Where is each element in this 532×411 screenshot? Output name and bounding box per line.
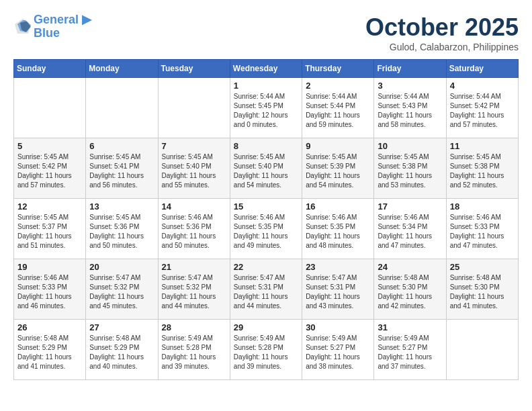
calendar-cell: 21Sunrise: 5:47 AM Sunset: 5:32 PM Dayli… [158,259,230,320]
week-row-5: 26Sunrise: 5:48 AM Sunset: 5:29 PM Dayli… [14,320,519,380]
header-saturday: Saturday [446,60,518,78]
calendar-cell: 24Sunrise: 5:48 AM Sunset: 5:30 PM Dayli… [374,259,446,320]
day-number: 27 [89,322,154,332]
day-info: Sunrise: 5:47 AM Sunset: 5:31 PM Dayligh… [234,273,298,311]
calendar-cell: 22Sunrise: 5:47 AM Sunset: 5:31 PM Dayli… [230,259,302,320]
day-info: Sunrise: 5:46 AM Sunset: 5:35 PM Dayligh… [306,213,370,250]
day-number: 13 [89,201,154,212]
day-info: Sunrise: 5:48 AM Sunset: 5:30 PM Dayligh… [450,273,515,311]
location: Gulod, Calabarzon, Philippines [365,42,519,52]
calendar-cell: 2Sunrise: 5:44 AM Sunset: 5:44 PM Daylig… [302,78,374,138]
day-info: Sunrise: 5:46 AM Sunset: 5:33 PM Dayligh… [450,213,515,250]
calendar-cell: 16Sunrise: 5:46 AM Sunset: 5:35 PM Dayli… [302,199,374,259]
day-info: Sunrise: 5:44 AM Sunset: 5:42 PM Dayligh… [450,92,515,130]
day-info: Sunrise: 5:48 AM Sunset: 5:29 PM Dayligh… [89,334,154,371]
week-row-4: 19Sunrise: 5:46 AM Sunset: 5:33 PM Dayli… [14,259,519,320]
calendar-cell: 10Sunrise: 5:45 AM Sunset: 5:38 PM Dayli… [374,138,446,199]
day-info: Sunrise: 5:45 AM Sunset: 5:38 PM Dayligh… [378,152,442,190]
calendar-cell: 23Sunrise: 5:47 AM Sunset: 5:31 PM Dayli… [302,259,374,320]
day-info: Sunrise: 5:48 AM Sunset: 5:29 PM Dayligh… [17,334,82,371]
day-number: 14 [162,201,226,212]
day-number: 16 [306,201,370,212]
day-info: Sunrise: 5:48 AM Sunset: 5:30 PM Dayligh… [378,273,442,311]
day-info: Sunrise: 5:46 AM Sunset: 5:35 PM Dayligh… [234,213,298,250]
calendar-cell: 30Sunrise: 5:49 AM Sunset: 5:27 PM Dayli… [302,320,374,380]
day-number: 11 [450,141,515,151]
week-row-1: 1Sunrise: 5:44 AM Sunset: 5:45 PM Daylig… [14,78,519,138]
week-row-2: 5Sunrise: 5:45 AM Sunset: 5:42 PM Daylig… [14,138,519,199]
calendar-cell: 31Sunrise: 5:49 AM Sunset: 5:27 PM Dayli… [374,320,446,380]
day-info: Sunrise: 5:49 AM Sunset: 5:27 PM Dayligh… [306,334,370,371]
day-info: Sunrise: 5:46 AM Sunset: 5:34 PM Dayligh… [378,213,442,250]
day-number: 18 [450,201,515,212]
calendar-cell: 25Sunrise: 5:48 AM Sunset: 5:30 PM Dayli… [446,259,518,320]
calendar-cell: 6Sunrise: 5:45 AM Sunset: 5:41 PM Daylig… [86,138,158,199]
day-number: 9 [306,141,370,151]
day-number: 1 [234,81,298,91]
calendar-cell: 29Sunrise: 5:49 AM Sunset: 5:28 PM Dayli… [230,320,302,380]
header-monday: Monday [86,60,158,78]
day-info: Sunrise: 5:47 AM Sunset: 5:32 PM Dayligh… [162,273,226,311]
calendar-cell: 7Sunrise: 5:45 AM Sunset: 5:40 PM Daylig… [158,138,230,199]
calendar-cell: 19Sunrise: 5:46 AM Sunset: 5:33 PM Dayli… [14,259,86,320]
day-info: Sunrise: 5:45 AM Sunset: 5:42 PM Dayligh… [17,152,82,190]
day-number: 19 [17,262,82,272]
day-number: 10 [378,141,442,151]
header-thursday: Thursday [302,60,374,78]
day-number: 4 [450,81,515,91]
day-number: 15 [234,201,298,212]
day-info: Sunrise: 5:45 AM Sunset: 5:36 PM Dayligh… [89,213,154,250]
day-number: 26 [17,322,82,332]
day-info: Sunrise: 5:45 AM Sunset: 5:37 PM Dayligh… [17,213,82,250]
day-number: 3 [378,81,442,91]
day-number: 21 [162,262,226,272]
day-info: Sunrise: 5:47 AM Sunset: 5:31 PM Dayligh… [306,273,370,311]
calendar-cell: 9Sunrise: 5:45 AM Sunset: 5:39 PM Daylig… [302,138,374,199]
calendar-cell: 4Sunrise: 5:44 AM Sunset: 5:42 PM Daylig… [446,78,518,138]
header-tuesday: Tuesday [158,60,230,78]
logo: General ▶ Blue [13,13,91,40]
day-number: 6 [89,141,154,151]
calendar-cell: 20Sunrise: 5:47 AM Sunset: 5:32 PM Dayli… [86,259,158,320]
day-info: Sunrise: 5:46 AM Sunset: 5:36 PM Dayligh… [162,213,226,250]
day-info: Sunrise: 5:44 AM Sunset: 5:43 PM Dayligh… [378,92,442,130]
calendar-cell: 18Sunrise: 5:46 AM Sunset: 5:33 PM Dayli… [446,199,518,259]
calendar-cell: 3Sunrise: 5:44 AM Sunset: 5:43 PM Daylig… [374,78,446,138]
calendar-cell: 11Sunrise: 5:45 AM Sunset: 5:38 PM Dayli… [446,138,518,199]
header-sunday: Sunday [14,60,86,78]
day-number: 25 [450,262,515,272]
day-info: Sunrise: 5:49 AM Sunset: 5:28 PM Dayligh… [162,334,226,371]
day-info: Sunrise: 5:46 AM Sunset: 5:33 PM Dayligh… [17,273,82,311]
calendar-cell: 28Sunrise: 5:49 AM Sunset: 5:28 PM Dayli… [158,320,230,380]
day-info: Sunrise: 5:45 AM Sunset: 5:39 PM Dayligh… [306,152,370,190]
calendar-cell: 12Sunrise: 5:45 AM Sunset: 5:37 PM Dayli… [14,199,86,259]
month-title: October 2025 [365,13,519,42]
day-number: 28 [162,322,226,332]
day-info: Sunrise: 5:44 AM Sunset: 5:44 PM Dayligh… [306,92,370,130]
day-number: 7 [162,141,226,151]
page-header: General ▶ Blue October 2025 Gulod, Calab… [13,13,519,52]
calendar-header-row: SundayMondayTuesdayWednesdayThursdayFrid… [14,60,519,78]
day-number: 2 [306,81,370,91]
day-number: 29 [234,322,298,332]
day-info: Sunrise: 5:49 AM Sunset: 5:28 PM Dayligh… [234,334,298,371]
day-info: Sunrise: 5:45 AM Sunset: 5:40 PM Dayligh… [162,152,226,190]
calendar-cell: 5Sunrise: 5:45 AM Sunset: 5:42 PM Daylig… [14,138,86,199]
day-info: Sunrise: 5:45 AM Sunset: 5:40 PM Dayligh… [234,152,298,190]
day-number: 12 [17,201,82,212]
calendar-cell [14,78,86,138]
calendar-cell: 17Sunrise: 5:46 AM Sunset: 5:34 PM Dayli… [374,199,446,259]
day-number: 30 [306,322,370,332]
day-number: 24 [378,262,442,272]
day-number: 20 [89,262,154,272]
day-number: 5 [17,141,82,151]
week-row-3: 12Sunrise: 5:45 AM Sunset: 5:37 PM Dayli… [14,199,519,259]
calendar-cell [158,78,230,138]
header-friday: Friday [374,60,446,78]
logo-icon [13,17,32,36]
day-info: Sunrise: 5:44 AM Sunset: 5:45 PM Dayligh… [234,92,298,130]
calendar-cell: 27Sunrise: 5:48 AM Sunset: 5:29 PM Dayli… [86,320,158,380]
calendar-cell: 13Sunrise: 5:45 AM Sunset: 5:36 PM Dayli… [86,199,158,259]
title-block: October 2025 Gulod, Calabarzon, Philippi… [365,13,519,52]
day-info: Sunrise: 5:45 AM Sunset: 5:41 PM Dayligh… [89,152,154,190]
